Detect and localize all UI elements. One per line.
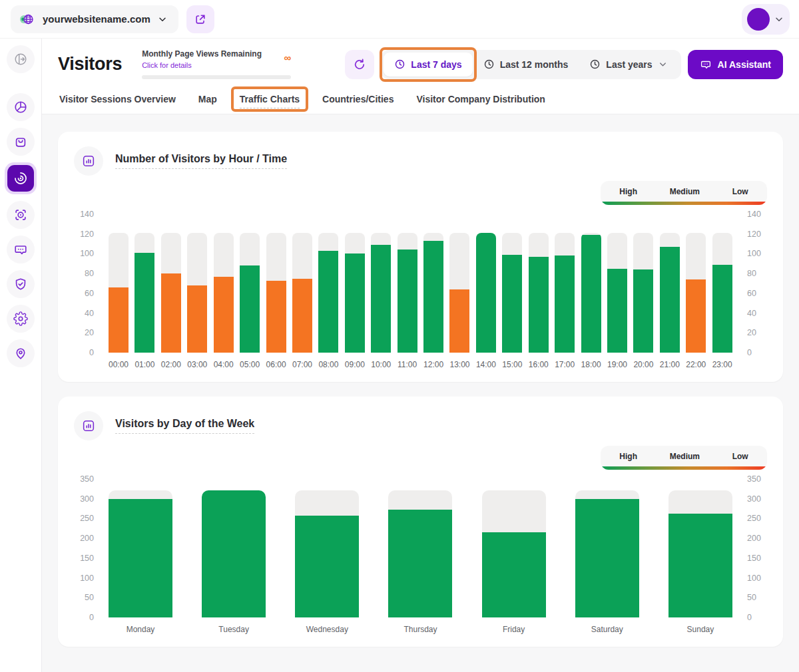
bar-track — [575, 490, 639, 617]
gear-icon — [13, 311, 28, 326]
bar-track — [529, 233, 549, 353]
legend-high-label: High — [619, 452, 637, 461]
legend-low-label: Low — [732, 187, 748, 196]
sidebar — [0, 39, 42, 672]
bar-cell: 22:00 — [686, 214, 706, 370]
x-axis-label: 11:00 — [398, 360, 417, 370]
quota-details-link[interactable]: Click for details — [142, 61, 192, 69]
sidebar-item-visitors[interactable] — [5, 162, 37, 194]
range-last-12-months-button[interactable]: Last 12 months — [473, 53, 579, 77]
x-axis-label: Sunday — [687, 625, 714, 635]
sidebar-item-collapse[interactable] — [7, 45, 35, 73]
tab-map[interactable]: Map — [198, 94, 217, 104]
y-tick-label: 40 — [747, 309, 756, 318]
range-last-years-button[interactable]: Last years — [579, 53, 678, 77]
x-axis-label: 16:00 — [529, 360, 549, 370]
y-tick-label: 100 — [80, 574, 94, 583]
open-website-button[interactable] — [186, 5, 214, 33]
bar-fill — [660, 247, 680, 353]
bar-track — [502, 233, 522, 353]
bar-fill — [502, 255, 522, 353]
bar-track — [398, 233, 417, 353]
x-axis-label: Tuesday — [218, 625, 249, 635]
x-axis-label: 15:00 — [502, 360, 522, 370]
y-axis-right: 050100150200250300350 — [736, 479, 767, 635]
ai-assistant-button[interactable]: AI Assistant — [688, 50, 783, 79]
y-tick-label: 120 — [80, 230, 94, 239]
y-tick-label: 300 — [747, 494, 761, 504]
tab-visitor-company-distribution[interactable]: Visitor Company Distribution — [416, 94, 545, 104]
range-last-7-days-button[interactable]: Last 7 days — [384, 53, 472, 77]
quota-title: Monthly Page Views Remaining — [142, 49, 291, 59]
y-tick-label: 0 — [89, 613, 94, 622]
bar-fill — [668, 514, 732, 617]
x-axis-label: Wednesday — [306, 625, 348, 635]
y-tick-label: 100 — [747, 574, 761, 583]
chart-title: Number of Visitors by Hour / Time — [115, 153, 287, 169]
y-tick-label: 60 — [85, 289, 94, 298]
bar-track — [482, 490, 546, 617]
x-axis-label: 06:00 — [266, 360, 286, 370]
bar-cell: 23:00 — [712, 214, 732, 370]
tab-visitor-sessions-overview[interactable]: Visitor Sessions Overview — [59, 94, 176, 104]
bar-track — [633, 233, 653, 353]
y-tick-label: 100 — [80, 249, 94, 258]
y-tick-label: 200 — [80, 534, 94, 543]
external-link-icon — [194, 13, 207, 26]
legend-medium-label: Medium — [670, 187, 700, 196]
website-selector[interactable]: yourwebsitename.com — [11, 5, 178, 33]
bar-fill — [134, 253, 154, 353]
sidebar-item-recordings[interactable] — [7, 201, 35, 229]
sidebar-item-location[interactable] — [7, 339, 35, 367]
y-tick-label: 350 — [80, 474, 94, 484]
refresh-button[interactable] — [345, 50, 374, 79]
bar-fill — [476, 233, 496, 353]
bar-track — [240, 233, 260, 353]
bar-cell: Thursday — [388, 479, 452, 635]
plot: 00:0001:0002:0003:0004:0005:0006:0007:00… — [105, 214, 736, 370]
sidebar-item-store[interactable] — [7, 128, 35, 156]
account-menu[interactable] — [742, 4, 790, 35]
bar-fill — [449, 289, 469, 353]
shopping-bag-icon — [13, 134, 28, 149]
bar-cell: 05:00 — [240, 214, 260, 370]
bar-cell: 08:00 — [318, 214, 338, 370]
y-tick-label: 250 — [747, 514, 761, 523]
legend-high-label: High — [619, 187, 637, 196]
bar-cell: 13:00 — [449, 214, 469, 370]
bar-cell: 15:00 — [502, 214, 522, 370]
bar-track — [388, 490, 452, 617]
bar-cell: Friday — [482, 479, 546, 635]
visitor-radar-icon — [13, 171, 28, 186]
chevron-down-icon — [774, 14, 784, 25]
x-axis-label: 14:00 — [476, 360, 496, 370]
sidebar-item-settings[interactable] — [7, 305, 35, 333]
bar-cell: 00:00 — [109, 214, 129, 370]
tab-countries-cities[interactable]: Countries/Cities — [322, 94, 394, 104]
bar-track — [292, 233, 312, 353]
tab-traffic-charts[interactable]: Traffic Charts — [240, 94, 300, 104]
sidebar-item-chat[interactable] — [7, 236, 35, 263]
y-tick-label: 50 — [85, 593, 94, 602]
x-axis-label: Friday — [503, 625, 525, 635]
bar-chart-icon — [81, 419, 96, 433]
bar-track — [668, 490, 732, 617]
hourly-visitors-chart: 020406080100120140 00:0001:0002:0003:000… — [74, 214, 767, 370]
page-header: Visitors Monthly Page Views Remaining Cl… — [42, 39, 799, 114]
y-tick-label: 350 — [747, 474, 761, 484]
y-tick-label: 300 — [80, 494, 94, 504]
bar-cell: Monday — [109, 479, 172, 635]
sidebar-item-dashboard[interactable] — [7, 93, 35, 121]
y-tick-label: 140 — [747, 210, 761, 219]
bar-cell: 17:00 — [555, 214, 575, 370]
chart-title: Visitors by Day of the Week — [115, 418, 254, 434]
y-tick-label: 100 — [747, 249, 761, 258]
y-tick-label: 0 — [89, 348, 94, 357]
avatar — [747, 8, 770, 31]
globe-icon — [19, 11, 36, 27]
y-tick-label: 200 — [747, 534, 761, 543]
bar-track — [187, 233, 207, 353]
y-tick-label: 80 — [747, 269, 756, 278]
sidebar-item-security[interactable] — [7, 270, 35, 298]
bar-track — [423, 233, 443, 353]
